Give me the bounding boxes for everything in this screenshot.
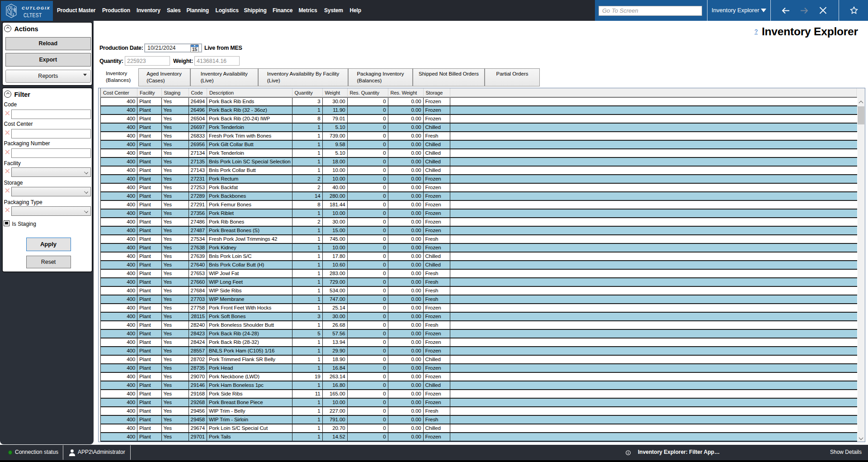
svg-text:15: 15 <box>192 47 197 52</box>
